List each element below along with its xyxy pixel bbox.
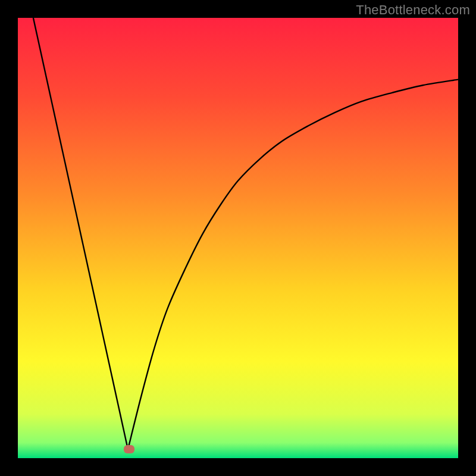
- plot-area: [18, 18, 458, 458]
- gradient-background: [18, 18, 458, 458]
- chart-frame: TheBottleneck.com: [0, 0, 476, 476]
- plot-svg: [18, 18, 458, 458]
- optimum-marker: [124, 445, 134, 453]
- attribution-text: TheBottleneck.com: [356, 2, 470, 18]
